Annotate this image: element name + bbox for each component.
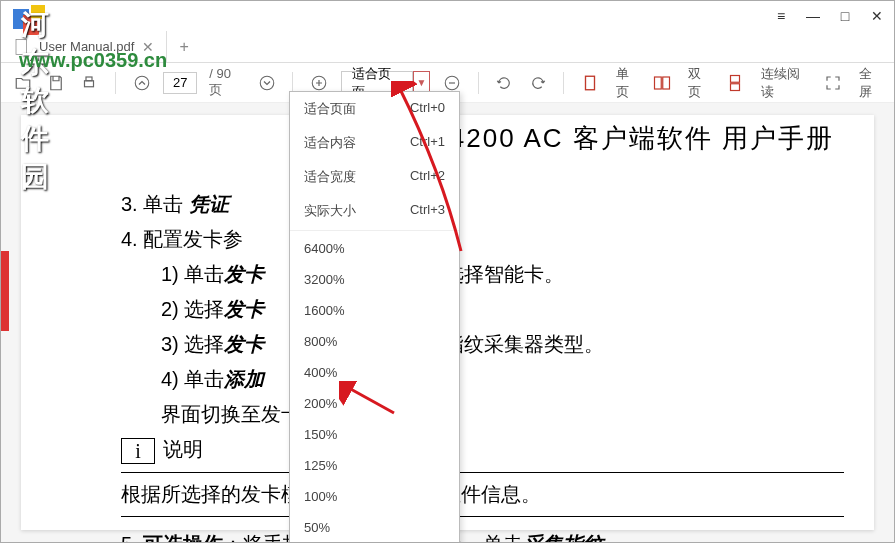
divider [115, 72, 116, 94]
single-page-icon[interactable] [578, 71, 601, 95]
svg-rect-13 [731, 75, 740, 82]
dropdown-item-zoom[interactable]: 150% [290, 419, 459, 450]
dropdown-item-fit-page[interactable]: 适合页面Ctrl+0 [290, 92, 459, 126]
svg-rect-11 [655, 77, 662, 89]
svg-rect-4 [85, 80, 94, 86]
text-line: 1) 单击发卡 发卡类型选择智能卡。 [121, 261, 844, 288]
dropdown-item-zoom[interactable]: 1600% [290, 295, 459, 326]
text-line: 界面切换至发卡智能卡界面。 [121, 401, 844, 428]
info-icon: i [121, 438, 155, 464]
svg-point-6 [135, 76, 149, 90]
divider [121, 472, 844, 473]
dropdown-item-actual-size[interactable]: 实际大小Ctrl+3 [290, 194, 459, 228]
text-line: 4. 配置发卡参 [121, 226, 844, 253]
continuous-icon[interactable] [723, 71, 746, 95]
dropdown-item-zoom[interactable]: 3200% [290, 264, 459, 295]
divider [478, 72, 479, 94]
continuous-label[interactable]: 连续阅读 [761, 65, 812, 101]
titlebar: ≡ — □ ✕ [1, 1, 894, 31]
dropdown-item-zoom[interactable]: 125% [290, 450, 459, 481]
single-page-label[interactable]: 单页 [616, 65, 641, 101]
divider [121, 516, 844, 517]
watermark-text-1: 河东软件园 [21, 6, 49, 196]
dropdown-item-zoom[interactable]: 6400% [290, 233, 459, 264]
tab-add-button[interactable]: + [167, 31, 200, 62]
rotate-left-icon[interactable] [493, 71, 516, 95]
minimize-button[interactable]: — [804, 7, 822, 25]
note-header: i说明 [121, 436, 844, 464]
side-marker [1, 251, 9, 331]
text-line: 2) 选择发卡 [121, 296, 844, 323]
dropdown-item-zoom[interactable]: 800% [290, 326, 459, 357]
watermark-text-2: www.pc0359.cn [19, 49, 167, 72]
text-line: 3. 单击 凭证 [121, 191, 844, 218]
svg-point-7 [260, 76, 274, 90]
double-page-icon[interactable] [651, 71, 674, 95]
svg-rect-5 [86, 77, 92, 81]
dropdown-item-zoom[interactable]: 200% [290, 388, 459, 419]
page-input[interactable] [163, 72, 197, 94]
close-button[interactable]: ✕ [868, 7, 886, 25]
divider [563, 72, 564, 94]
svg-rect-10 [585, 76, 594, 90]
dropdown-item-fit-width[interactable]: 适合宽度Ctrl+2 [290, 160, 459, 194]
menu-icon[interactable]: ≡ [772, 7, 790, 25]
dropdown-item-zoom[interactable]: 100% [290, 481, 459, 512]
page-up-icon[interactable] [130, 71, 153, 95]
dropdown-item-zoom[interactable]: 50% [290, 512, 459, 543]
text-line: 3) 选择发卡 器类型或指纹采集器类型。 [121, 331, 844, 358]
text-line: 5. 可选操作：将手指放置指纹录入仪上，单击采集指纹。 [121, 531, 844, 542]
page-down-icon[interactable] [255, 71, 278, 95]
page-total: / 90页 [209, 66, 243, 99]
text-line: 4) 单击添加 [121, 366, 844, 393]
print-icon[interactable] [78, 71, 101, 95]
rotate-right-icon[interactable] [526, 71, 549, 95]
fullscreen-icon[interactable] [821, 71, 844, 95]
dropdown-item-fit-content[interactable]: 适合内容Ctrl+1 [290, 126, 459, 160]
dropdown-item-zoom[interactable]: 400% [290, 357, 459, 388]
note-text: 根据所选择的发卡模式，获取指纹或证件信息。 [121, 481, 844, 508]
fullscreen-label[interactable]: 全屏 [859, 65, 884, 101]
divider [290, 230, 459, 231]
svg-rect-14 [731, 83, 740, 90]
zoom-dropdown: 适合页面Ctrl+0 适合内容Ctrl+1 适合宽度Ctrl+2 实际大小Ctr… [289, 91, 460, 543]
svg-rect-12 [663, 77, 670, 89]
maximize-button[interactable]: □ [836, 7, 854, 25]
document-title: S-4200 AC 客户端软件 用户手册 [420, 121, 834, 156]
double-page-label[interactable]: 双页 [688, 65, 713, 101]
